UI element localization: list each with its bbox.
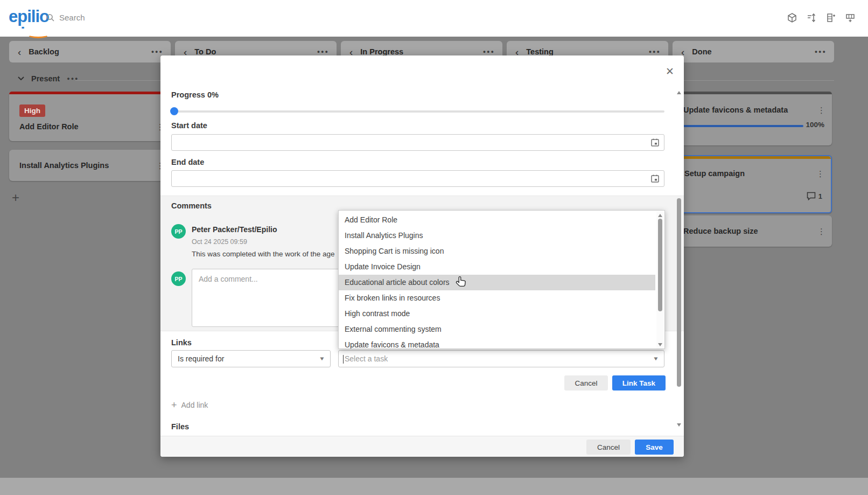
column-menu-icon[interactable]: ●●● xyxy=(649,49,661,54)
card-menu-icon[interactable]: ⋮ xyxy=(816,170,824,178)
chevron-down-icon: ▼ xyxy=(653,355,659,361)
modal-scrollbar[interactable] xyxy=(675,89,683,431)
dropdown-scrollbar[interactable] xyxy=(656,211,664,349)
add-table-icon[interactable] xyxy=(844,12,856,24)
card-accent xyxy=(674,156,831,159)
text-caret xyxy=(343,355,344,364)
scroll-up-icon[interactable] xyxy=(677,91,681,94)
add-column-icon[interactable] xyxy=(825,12,837,24)
column-menu-icon[interactable]: ●●● xyxy=(815,49,827,54)
add-card-button[interactable]: + xyxy=(12,191,19,204)
link-relation-select[interactable]: Is required for ▼ xyxy=(171,350,331,367)
card-comment-indicator: 1 xyxy=(807,192,822,200)
logo-smile xyxy=(28,32,48,38)
comments-title: Comments xyxy=(171,201,212,210)
comment-input-placeholder: Add a comment... xyxy=(199,275,258,283)
column-title: To Do xyxy=(194,47,216,56)
group-menu-icon[interactable]: ●●● xyxy=(67,76,79,81)
start-date-input[interactable] xyxy=(171,134,664,151)
search-input[interactable]: Search xyxy=(46,13,85,22)
end-date-label: End date xyxy=(171,158,204,166)
topbar: ep̣ilio Search xyxy=(0,0,868,37)
save-button[interactable]: Save xyxy=(635,440,674,455)
package-icon[interactable] xyxy=(786,12,798,24)
card-title: Setup campaign xyxy=(684,169,745,178)
progress-label: Progress 0% xyxy=(171,90,219,99)
modal-scrollbar-thumb[interactable] xyxy=(677,198,681,387)
link-task-combobox[interactable]: Select a task ▼ xyxy=(338,350,664,367)
column-header-backlog[interactable]: ‹ Backlog ●●● xyxy=(9,41,171,62)
card-title: Install Analytics Plugins xyxy=(19,161,109,170)
task-combobox-placeholder: Select a task xyxy=(345,354,388,363)
column-menu-icon[interactable]: ●●● xyxy=(317,49,329,54)
modal-footer: Cancel Save xyxy=(160,436,684,457)
app-screen: ‹ Backlog ●●● ‹ To Do ●●● ‹ In Progress … xyxy=(0,0,868,495)
card-title: Update favicons & metadata xyxy=(683,106,788,114)
scroll-up-icon[interactable] xyxy=(658,214,662,217)
task-card-reduce-backup[interactable]: Reduce backup size ⋮ xyxy=(673,215,832,247)
avatar: PP xyxy=(171,224,186,239)
dropdown-item[interactable]: Add Editor Role xyxy=(339,212,655,228)
app-logo[interactable]: ep̣ilio xyxy=(9,7,49,26)
page-bottom-strip xyxy=(0,478,868,495)
task-card-add-editor-role[interactable]: High Add Editor Role ⋮ xyxy=(9,92,171,141)
comment-author: Peter Packer/Test/Epilio xyxy=(192,225,277,234)
links-title: Links xyxy=(171,338,192,347)
card-progress-label: 100% xyxy=(806,121,824,129)
task-card-setup-campaign[interactable]: Setup campaign ⋮ 1 xyxy=(673,155,832,213)
start-date-label: Start date xyxy=(171,121,207,130)
chevron-left-icon[interactable]: ‹ xyxy=(18,47,21,57)
link-relation-value: Is required for xyxy=(178,354,224,363)
dropdown-item[interactable]: Update Invoice Design xyxy=(339,259,655,275)
card-progress-bar xyxy=(676,125,803,127)
dropdown-item[interactable]: Fix broken links in resources xyxy=(339,290,655,306)
task-card-update-favicons[interactable]: Update favicons & metadata ⋮ 100% xyxy=(673,92,832,145)
sort-icon[interactable] xyxy=(806,12,817,24)
group-row-present: Present ●●● xyxy=(18,74,79,83)
chevron-down-icon[interactable] xyxy=(18,76,24,81)
add-link-button[interactable]: + Add link xyxy=(171,400,208,410)
dropdown-item[interactable]: Shopping Cart is missing icon xyxy=(339,243,655,259)
comment-text: This was completed with the work of the … xyxy=(192,250,335,258)
search-icon xyxy=(46,13,55,22)
chevron-down-icon: ▼ xyxy=(319,355,325,361)
column-header-done[interactable]: ‹ Done ●●● xyxy=(673,41,834,62)
calendar-icon[interactable] xyxy=(650,174,660,183)
link-task-button[interactable]: Link Task xyxy=(612,375,666,391)
column-menu-icon[interactable]: ●●● xyxy=(483,49,495,54)
cancel-button[interactable]: Cancel xyxy=(586,440,631,455)
dropdown-item-highlighted[interactable]: Educational article about colors xyxy=(339,275,655,290)
column-title: In Progress xyxy=(360,47,403,56)
column-title: Testing xyxy=(526,47,553,56)
link-cancel-button[interactable]: Cancel xyxy=(564,375,608,391)
priority-accent xyxy=(9,92,171,94)
close-icon[interactable]: ✕ xyxy=(663,65,676,78)
progress-slider-thumb[interactable] xyxy=(170,107,178,115)
dropdown-item[interactable]: Update favicons & metadata xyxy=(339,337,655,349)
add-link-label: Add link xyxy=(181,401,208,409)
column-menu-icon[interactable]: ●●● xyxy=(151,49,163,54)
card-menu-icon[interactable]: ⋮ xyxy=(817,106,825,114)
task-card-install-analytics[interactable]: Install Analytics Plugins ⋮ xyxy=(9,150,171,181)
column-title: Backlog xyxy=(29,47,59,56)
dropdown-item[interactable]: External commenting system xyxy=(339,322,655,337)
dropdown-scrollbar-thumb[interactable] xyxy=(658,219,662,311)
plus-icon: + xyxy=(171,400,177,410)
topbar-actions xyxy=(786,12,856,24)
priority-badge: High xyxy=(19,104,45,117)
dropdown-item[interactable]: High contrast mode xyxy=(339,306,655,322)
card-accent xyxy=(673,92,832,94)
calendar-icon[interactable] xyxy=(650,138,660,147)
progress-slider-track[interactable] xyxy=(171,110,664,113)
card-title: Reduce backup size xyxy=(683,227,758,235)
comment-count: 1 xyxy=(818,192,822,200)
avatar: PP xyxy=(171,271,186,286)
card-title: Add Editor Role xyxy=(19,122,79,131)
dropdown-item[interactable]: Install Analytics Plugins xyxy=(339,228,655,243)
comment-timestamp: Oct 24 2025 09:59 xyxy=(192,238,247,246)
scroll-down-icon[interactable] xyxy=(677,423,681,427)
files-title: Files xyxy=(171,422,189,431)
scroll-down-icon[interactable] xyxy=(658,343,662,346)
end-date-input[interactable] xyxy=(171,170,664,187)
card-menu-icon[interactable]: ⋮ xyxy=(817,227,825,235)
